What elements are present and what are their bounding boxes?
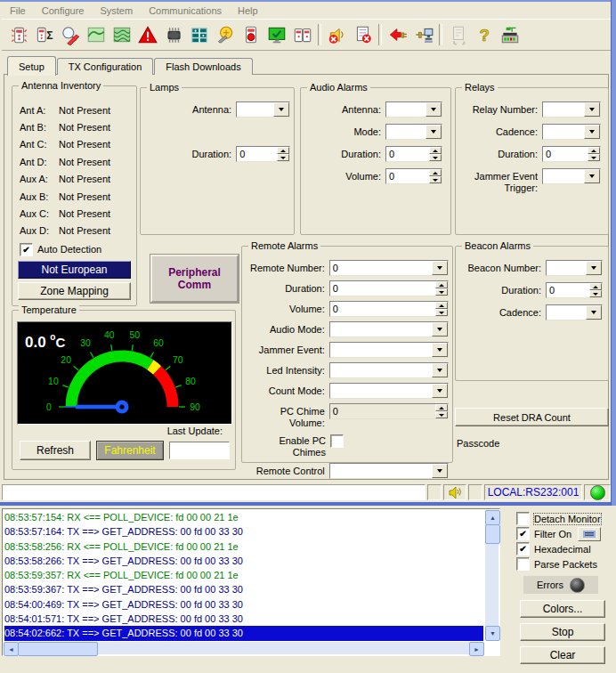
- combo-arrow-icon[interactable]: [432, 261, 448, 275]
- spin-up-icon[interactable]: [589, 283, 602, 290]
- remote-alarms-led-intensity-combo[interactable]: [329, 362, 449, 378]
- spin-down-icon[interactable]: [429, 154, 442, 161]
- log-line[interactable]: 08:53:59:367: TX ==> GET_ADDRESS: 00 fd …: [4, 582, 483, 596]
- combo-arrow-icon[interactable]: [432, 322, 448, 336]
- lamps-duration-spinner[interactable]: 0: [236, 146, 290, 162]
- toolbar-spectrum-monitor-button[interactable]: [109, 22, 134, 47]
- combo-arrow-icon[interactable]: [432, 363, 448, 377]
- toolbar-refresh-doc-button[interactable]: [445, 22, 471, 47]
- log-line[interactable]: 08:53:59:357: RX <== POLL_DEVICE: fd 00 …: [4, 568, 483, 582]
- beacon-alarms-duration-spinner[interactable]: 0: [546, 282, 603, 298]
- combo-arrow-icon[interactable]: [426, 102, 442, 117]
- spin-down-icon[interactable]: [435, 411, 448, 418]
- spin-up-icon[interactable]: [588, 147, 600, 154]
- toolbar-delete-log-button[interactable]: [350, 22, 376, 47]
- filter-settings-button[interactable]: [578, 527, 601, 541]
- vertical-scroll-thumb[interactable]: [485, 524, 500, 544]
- menu-help[interactable]: Help: [230, 4, 266, 17]
- scroll-down-icon[interactable]: ▼: [485, 626, 500, 641]
- combo-arrow-icon[interactable]: [426, 125, 442, 139]
- spin-up-icon[interactable]: [429, 147, 442, 154]
- hexadecimal-checkbox[interactable]: ✔: [516, 542, 530, 555]
- toolbar-mute-alarm-button[interactable]: [324, 22, 350, 47]
- spin-up-icon[interactable]: [435, 404, 448, 411]
- spin-up-icon[interactable]: [277, 147, 289, 154]
- peripheral-comm-button[interactable]: Peripheral Comm: [150, 255, 239, 303]
- checkbox-row-parse-packets[interactable]: Parse Packets: [513, 556, 612, 572]
- toolbar-disconnect-button[interactable]: [385, 22, 410, 47]
- log-line[interactable]: 08:53:57:154: RX <== POLL_DEVICE: fd 00 …: [4, 510, 483, 524]
- checkbox-row-filter-on[interactable]: ✔Filter On: [513, 526, 612, 541]
- toolbar-poll-device-button[interactable]: [5, 22, 31, 47]
- remote-alarms-pc-chime-volume-spinner[interactable]: 0: [329, 403, 449, 419]
- spin-up-icon[interactable]: [429, 169, 442, 176]
- audio-alarms-antenna-combo[interactable]: [385, 101, 442, 118]
- remote-alarms-count-mode-combo[interactable]: [329, 383, 449, 399]
- audio-alarms-mode-combo[interactable]: [385, 124, 442, 140]
- not-european-button[interactable]: Not European: [18, 261, 131, 279]
- beacon-alarms-beacon-number-combo[interactable]: [546, 260, 603, 276]
- toolbar-led-meter-button[interactable]: [497, 22, 523, 47]
- toolbar-maintenance-button[interactable]: [212, 22, 238, 47]
- menu-communications[interactable]: Communications: [141, 4, 230, 17]
- lamps-antenna-combo[interactable]: [236, 101, 290, 118]
- combo-arrow-icon[interactable]: [273, 102, 289, 117]
- toolbar-warning-button[interactable]: [134, 22, 160, 47]
- stop-button[interactable]: Stop: [520, 623, 605, 641]
- log-line[interactable]: 08:53:58:266: TX ==> GET_ADDRESS: 00 fd …: [4, 554, 483, 568]
- auto-detection-row[interactable]: ✔ Auto Detection: [16, 242, 133, 256]
- combo-arrow-icon[interactable]: [584, 102, 600, 117]
- combo-arrow-icon[interactable]: [584, 125, 600, 139]
- tab-flash-downloads[interactable]: Flash Downloads: [154, 58, 252, 75]
- relays-jammer-event-trigger-combo[interactable]: [542, 168, 601, 184]
- refresh-button[interactable]: Refresh: [20, 441, 91, 460]
- spin-down-icon[interactable]: [429, 176, 442, 183]
- combo-arrow-icon[interactable]: [432, 384, 448, 398]
- scroll-left-icon[interactable]: ◄: [4, 642, 19, 656]
- remote-alarms-jammer-event-combo[interactable]: [329, 342, 449, 358]
- log-vertical-scrollbar[interactable]: ▲ ▼: [485, 510, 498, 641]
- log-line[interactable]: 08:54:02:662: TX ==> GET_ADDRESS: 00 fd …: [4, 626, 483, 640]
- menu-system[interactable]: System: [92, 4, 141, 17]
- spin-down-icon[interactable]: [435, 309, 448, 316]
- log-line[interactable]: 08:53:57:164: TX ==> GET_ADDRESS: 00 fd …: [4, 524, 483, 539]
- remote-alarms-audio-mode-combo[interactable]: [329, 321, 449, 337]
- toolbar-chip-button[interactable]: [160, 22, 186, 47]
- detach-monitor-checkbox[interactable]: [516, 512, 530, 525]
- clear-button[interactable]: Clear: [520, 646, 605, 664]
- reset-dra-count-button[interactable]: Reset DRA Count: [455, 408, 609, 426]
- menu-file[interactable]: File: [2, 4, 34, 17]
- audio-alarms-duration-spinner[interactable]: 0: [385, 146, 442, 162]
- monitor-log[interactable]: 08:53:57:154: RX <== POLL_DEVICE: fd 00 …: [2, 508, 500, 656]
- log-line[interactable]: 08:54:00:469: TX ==> GET_ADDRESS: 00 fd …: [4, 597, 483, 612]
- spin-down-icon[interactable]: [589, 290, 602, 297]
- spin-down-icon[interactable]: [277, 154, 289, 161]
- remote-alarms-remote-control-combo[interactable]: [329, 463, 449, 479]
- relays-relay-number-combo[interactable]: [542, 101, 601, 118]
- toolbar-record-device-button[interactable]: [238, 22, 263, 47]
- relays-duration-spinner[interactable]: 0: [542, 146, 601, 162]
- spin-down-icon[interactable]: [588, 154, 600, 161]
- parse-packets-checkbox[interactable]: [516, 557, 530, 571]
- horizontal-scroll-thumb[interactable]: [18, 642, 98, 656]
- toolbar-search-edit-button[interactable]: [57, 22, 83, 47]
- toolbar-connect-button[interactable]: [410, 22, 436, 47]
- remote-alarms-enable-pc-chimes-checkbox[interactable]: [330, 434, 344, 448]
- toolbar-screen-check-button[interactable]: [263, 22, 289, 47]
- checkbox-row-hexadecimal[interactable]: ✔Hexadecimal: [513, 541, 612, 556]
- combo-arrow-icon[interactable]: [432, 343, 448, 357]
- last-update-field[interactable]: [169, 442, 230, 459]
- remote-alarms-remote-number-combo[interactable]: 0: [329, 260, 449, 276]
- colors-button[interactable]: Colors...: [520, 600, 605, 618]
- remote-alarms-volume-spinner[interactable]: 0: [329, 301, 449, 317]
- audio-alarms-volume-spinner[interactable]: 0: [385, 168, 442, 184]
- filter-on-checkbox[interactable]: ✔: [516, 527, 530, 540]
- toolbar-device-pair-button[interactable]: [289, 22, 315, 47]
- auto-detection-checkbox[interactable]: ✔: [20, 243, 33, 256]
- tab-setup[interactable]: Setup: [7, 56, 56, 76]
- beacon-alarms-cadence-combo[interactable]: [546, 304, 603, 320]
- combo-arrow-icon[interactable]: [586, 305, 602, 320]
- combo-arrow-icon[interactable]: [586, 261, 602, 275]
- menu-configure[interactable]: Configure: [34, 4, 93, 17]
- log-line[interactable]: 08:54:01:571: TX ==> GET_ADDRESS: 00 fd …: [4, 612, 483, 626]
